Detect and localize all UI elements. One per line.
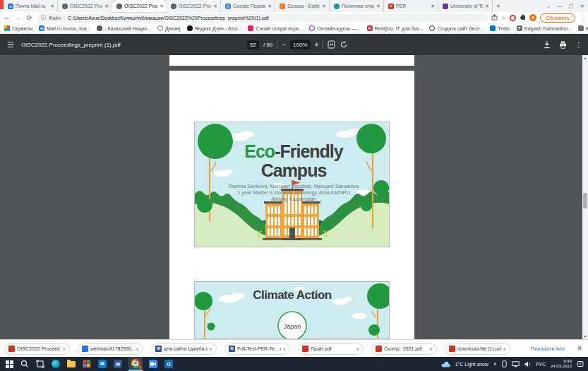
fit-page-icon[interactable] xyxy=(328,40,335,49)
close-icon[interactable]: ✕ xyxy=(268,4,272,9)
print-icon[interactable] xyxy=(559,41,567,49)
close-window-button[interactable]: ✕ xyxy=(577,0,588,12)
tab-label: Почта Mail.ru xyxy=(16,4,48,8)
close-icon[interactable]: ✕ xyxy=(431,4,435,9)
taskbar-zoom[interactable] xyxy=(148,359,158,369)
bookmark-services[interactable]: Сервисы xyxy=(4,25,32,31)
chevron-up-icon[interactable]: ∧ xyxy=(210,346,212,351)
close-icon[interactable]: ✕ xyxy=(50,4,54,9)
close-icon[interactable]: ✕ xyxy=(160,4,164,9)
share-icon[interactable] xyxy=(491,14,498,22)
taskbar-word[interactable]: W xyxy=(113,359,123,369)
browser-menu-icon[interactable]: ⋮ xyxy=(579,14,585,21)
download-icon[interactable] xyxy=(544,41,551,49)
page-number-input[interactable]: 52 xyxy=(247,40,259,49)
maximize-button[interactable]: ▢ xyxy=(565,0,577,12)
bookmark-trello[interactable]: Trello xyxy=(490,25,510,31)
chevron-up-icon[interactable]: ∧ xyxy=(430,346,433,351)
weather-text[interactable]: 1°C Light snow xyxy=(455,362,488,367)
bookmark-zen[interactable]: Яндекс Дзен - блог... xyxy=(187,25,242,31)
url-text[interactable]: C:/Users/Asus/Desktop/Куляш/публикации/O… xyxy=(68,16,269,20)
bookmark-it-constructor[interactable]: Конструктор IT ре... xyxy=(578,25,588,31)
divider xyxy=(323,40,323,49)
taskbar-store[interactable] xyxy=(82,359,92,369)
display-icon[interactable] xyxy=(512,361,520,367)
download-item[interactable]: W для сайта Цукуба.docx ∧ xyxy=(151,343,217,355)
close-downloads-icon[interactable]: ✕ xyxy=(577,345,582,352)
scrollbar[interactable]: ▲ ▼ xyxy=(582,55,588,339)
tab-oisc-3[interactable]: OISC2022 Proceeding ✕ xyxy=(167,0,221,12)
bookmark-kaznu[interactable]: - Казахский Нацио... xyxy=(97,25,151,31)
show-all-downloads-button[interactable]: Показать все xyxy=(527,343,570,354)
pdf-menu-icon[interactable]: ☰ xyxy=(7,40,14,49)
language-indicator[interactable]: РУС xyxy=(536,362,546,367)
close-icon[interactable]: ✕ xyxy=(213,4,217,9)
phone-icon[interactable] xyxy=(502,360,507,367)
back-icon[interactable]: ← xyxy=(3,14,11,21)
taskbar-edge[interactable] xyxy=(51,359,61,369)
chevron-up-icon[interactable]: ∧ xyxy=(136,346,139,351)
search-button[interactable] xyxy=(20,359,30,369)
task-view-button[interactable] xyxy=(35,359,45,369)
zoom-in-button[interactable]: + xyxy=(315,41,319,49)
bookmark-site-builder[interactable]: Создать сайт бесп... xyxy=(429,25,484,31)
rotate-icon[interactable] xyxy=(340,40,348,49)
zoom-out-button[interactable]: − xyxy=(282,41,286,49)
taskbar-file-explorer[interactable] xyxy=(66,359,76,369)
tab-oisc-2-active[interactable]: OISC2022 Proceeding ✕ xyxy=(112,0,167,12)
scroll-down-icon[interactable]: ▼ xyxy=(582,334,588,339)
taskbar-mail[interactable]: ✉ xyxy=(97,359,107,369)
bookmark-mailru[interactable]: ✉ Mail.ru почта, пои... xyxy=(39,25,90,31)
opera-icon[interactable] xyxy=(510,15,516,21)
chevron-up-icon[interactable]: ∧ xyxy=(356,346,359,351)
speaker-icon[interactable] xyxy=(524,361,531,367)
bookmark-create-unique[interactable]: Create unique expe... xyxy=(248,25,303,31)
close-icon[interactable]: ✕ xyxy=(376,4,380,9)
tab-oisc-1[interactable]: OISC2022 Proceeding ✕ xyxy=(58,0,112,12)
taskbar-chrome-active[interactable] xyxy=(128,357,143,371)
bookmark-kulyash[interactable]: T Kulyash Kaimuldino... xyxy=(517,25,572,31)
tab-search-chevron-icon[interactable]: ⌄ xyxy=(543,0,554,12)
profile-avatar[interactable]: К xyxy=(529,14,536,21)
info-icon[interactable]: ⓘ xyxy=(41,14,46,21)
clock[interactable]: 9:43 24.03.2022 xyxy=(551,359,572,369)
tab-policy[interactable]: Политика открытого ✕ xyxy=(330,0,384,12)
minimize-button[interactable]: — xyxy=(554,0,565,12)
update-chrome-button[interactable]: Обновить xyxy=(540,13,575,23)
close-icon[interactable]: ✕ xyxy=(104,4,109,9)
chevron-up-icon[interactable]: ∧ xyxy=(63,346,66,351)
bookmark-star-icon[interactable]: ☆ xyxy=(501,15,506,21)
bookmark-online-courses[interactable]: Онлайн-курсы —... xyxy=(309,25,360,31)
chevron-up-icon[interactable]: ∧ xyxy=(503,346,506,351)
tab-per[interactable]: P PER ✕ xyxy=(384,0,438,12)
tab-tsukuba[interactable]: University of Tsukuba ✕ xyxy=(438,0,493,12)
scroll-up-icon[interactable]: ▲ xyxy=(582,55,588,61)
download-item[interactable]: webinar-91782590....ics ∧ xyxy=(78,343,143,355)
chevron-up-icon[interactable]: ∧ xyxy=(283,346,286,351)
zoom-level-input[interactable]: 100% xyxy=(290,40,310,49)
download-item[interactable]: download-file (1).pdf ∧ xyxy=(445,343,510,355)
download-item[interactable]: Скопус_2021.pdf ∧ xyxy=(371,343,437,355)
taskbar-outlook[interactable]: O xyxy=(164,359,174,369)
bookmark-dekan[interactable]: Декан| xyxy=(157,25,180,31)
download-item[interactable]: W Full-Text-PER-Te....docx ∧ xyxy=(224,343,290,355)
start-button[interactable] xyxy=(4,359,14,369)
close-icon[interactable]: ✕ xyxy=(322,4,326,9)
new-tab-button[interactable]: + xyxy=(493,0,504,12)
download-item[interactable]: OISC2022 Proceed....pdf ∧ xyxy=(4,343,70,355)
tab-scopus[interactable]: Scopus - Egitim ve Bi ✕ xyxy=(275,0,330,12)
omnibox[interactable]: ⓘ Файл | C:/Users/Asus/Desktop/Куляш/пуб… xyxy=(37,13,488,22)
download-item[interactable]: Лазат.pdf ∧ xyxy=(298,343,364,355)
action-center-icon[interactable] xyxy=(577,360,584,367)
extensions-puzzle-icon[interactable] xyxy=(520,14,526,22)
forward-icon[interactable]: → xyxy=(14,14,22,21)
bookmark-redqoo[interactable]: R RedQoo: IT для биз... xyxy=(367,25,424,31)
tab-translate[interactable]: 文 Google Переводчик ✕ xyxy=(221,0,275,12)
reload-icon[interactable]: ⟳ xyxy=(25,14,33,21)
tray-expand-icon[interactable]: ∧ xyxy=(493,361,497,367)
close-icon[interactable]: ✕ xyxy=(485,4,489,9)
pdf-more-icon[interactable]: ⋮ xyxy=(575,41,582,49)
pdf-viewer[interactable]: Eco-Friendly Campus Ramina Serikova, Mer… xyxy=(0,55,588,339)
scrollbar-thumb[interactable] xyxy=(583,193,587,208)
tab-mailru[interactable]: ✉ Почта Mail.ru ✕ xyxy=(4,0,58,12)
